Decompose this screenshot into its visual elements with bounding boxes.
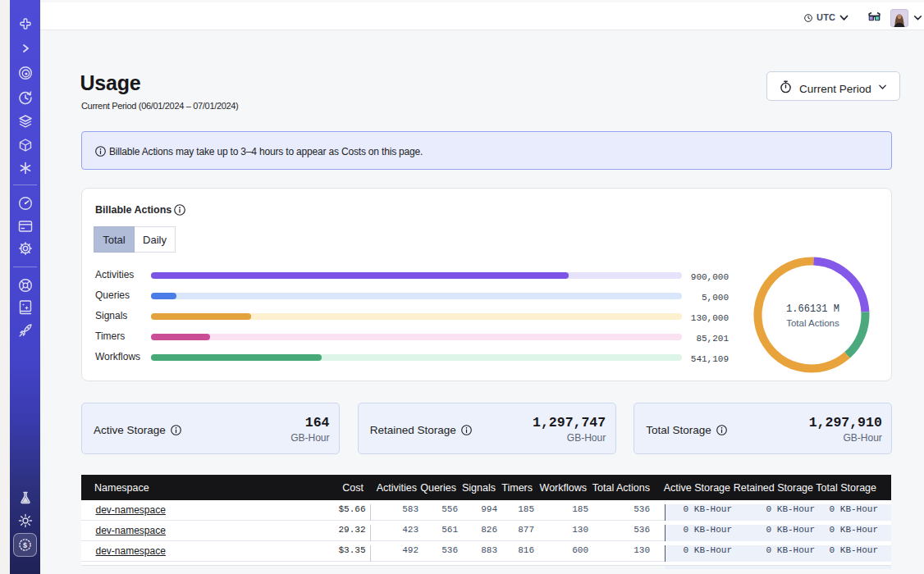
svg-text:$: $ bbox=[23, 541, 27, 549]
